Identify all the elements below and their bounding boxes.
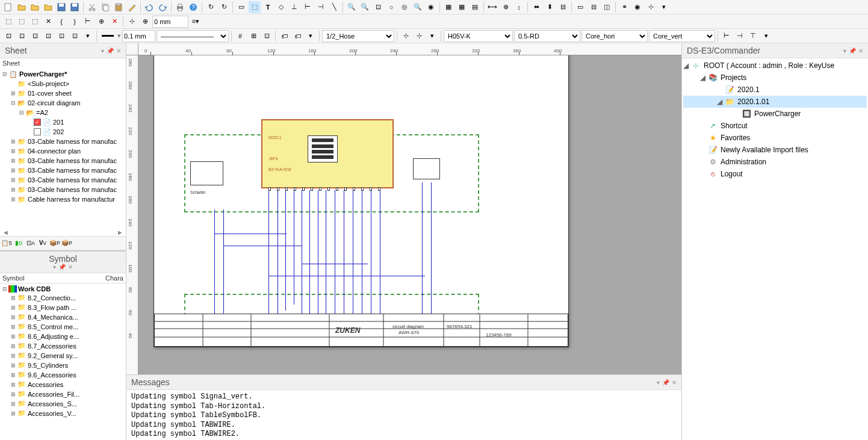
tree-root[interactable]: ⊟📋PowerCharger* — [1, 69, 125, 79]
sym-item[interactable]: ⊞📁Accessories_S... — [1, 399, 125, 409]
mini-p2-icon[interactable]: 📦P — [61, 238, 72, 249]
wire2-icon[interactable]: ⊹ — [413, 30, 425, 42]
core-v-select[interactable]: Core_vert — [649, 30, 715, 42]
save-icon[interactable] — [55, 1, 67, 13]
dim-v-icon[interactable]: ↕ — [513, 1, 525, 13]
commander-favorites[interactable]: ★Favorites — [683, 132, 867, 144]
select-icon[interactable]: ▭ — [235, 1, 247, 13]
sym-item[interactable]: ⊞📁Accessories_V... — [1, 409, 125, 418]
line-style-select[interactable]: ———————— — [157, 30, 229, 42]
sym-item[interactable]: ⊞📁8.5_Control me... — [1, 322, 125, 332]
open-folder3-icon[interactable] — [42, 1, 54, 13]
align-l-icon[interactable]: ⊢ — [302, 1, 314, 13]
end-more-icon[interactable]: ▾ — [760, 30, 772, 42]
mode1-icon[interactable]: ⬚ — [2, 16, 14, 28]
zoom-win-icon[interactable]: 🔍 — [412, 1, 424, 13]
sym-item[interactable]: ⊞📁8.4_Mechanica... — [1, 312, 125, 322]
save-as-icon[interactable] — [69, 1, 81, 13]
drawing-canvas[interactable]: D02C1 -BP4 BZ+EA+EW Schalter — [138, 55, 681, 374]
switch-block[interactable] — [190, 161, 223, 185]
place-more-icon[interactable]: ▾ — [82, 30, 94, 42]
mode4-icon[interactable]: ✕ — [42, 16, 54, 28]
commander-admin[interactable]: ⚙Administration — [683, 156, 867, 168]
tile-v-icon[interactable]: ◫ — [601, 1, 613, 13]
checkbox-checked-icon[interactable] — [34, 119, 41, 126]
tag2-icon[interactable]: 🏷 — [291, 30, 303, 42]
text-icon[interactable]: T — [262, 1, 274, 13]
tree-item-202[interactable]: 📄202 — [1, 127, 125, 137]
commander-p1[interactable]: 📝2020.1 — [683, 84, 867, 96]
place1-icon[interactable]: ⊡ — [2, 30, 14, 42]
place4-icon[interactable]: ⊡ — [42, 30, 54, 42]
dropdown-icon[interactable]: ▾ — [101, 48, 104, 54]
tree-item[interactable]: ⊞📁03-Cable harness for manufac — [1, 156, 125, 166]
mini-p-icon[interactable]: 📦P — [49, 238, 60, 249]
relay-block[interactable] — [413, 158, 440, 179]
dropdown-icon[interactable]: ▾ — [657, 379, 660, 386]
snap-icon[interactable]: ⊹ — [126, 16, 138, 28]
brush-icon[interactable] — [126, 1, 138, 13]
print-icon[interactable] — [174, 1, 186, 13]
connector-icon[interactable]: ◉ — [631, 1, 643, 13]
zoom-out-icon[interactable]: 🔍 — [359, 1, 371, 13]
close-icon[interactable]: ✕ — [858, 48, 863, 54]
tree-item[interactable]: ⊟📂=A2 — [1, 108, 125, 117]
commander-logout[interactable]: ⎋Logout — [683, 168, 867, 180]
window-v-icon[interactable]: ⬍ — [544, 1, 556, 13]
snap-value-input[interactable] — [152, 16, 188, 28]
line-icon[interactable]: ╲ — [328, 1, 340, 13]
wire-type-select[interactable]: H05V-K — [444, 30, 513, 42]
window-close-icon[interactable]: ⊟ — [557, 1, 569, 13]
tree-item[interactable]: ⊞📁03-Cable harness for manufac — [1, 166, 125, 175]
tag-more-icon[interactable]: ▾ — [305, 30, 317, 42]
tree-item[interactable]: ⊞📁01-cover sheet — [1, 88, 125, 98]
scroll-right-icon[interactable]: ► — [117, 229, 123, 236]
component-block[interactable]: D02C1 -BP4 BZ+EA+EW — [261, 119, 394, 188]
sym-item[interactable]: ⊞📁9.6_Accessories — [1, 370, 125, 380]
commander-projects[interactable]: ◢📚Projects — [683, 72, 867, 84]
bracket-l-icon[interactable]: { — [55, 16, 67, 28]
snap-target-icon[interactable]: ⊕ — [139, 16, 151, 28]
open-folder2-icon[interactable] — [29, 1, 41, 13]
mode2-icon[interactable]: ⬚ — [16, 16, 28, 28]
end2-icon[interactable]: ⊣ — [734, 30, 746, 42]
cursor-icon[interactable]: ⬚ — [249, 1, 261, 13]
place3-icon[interactable]: ⊡ — [29, 30, 41, 42]
tree-item[interactable]: ⊞📁03-Cable harness for manufac — [1, 137, 125, 146]
hose-select[interactable]: 1/2_Hose — [322, 30, 394, 42]
dim-add-icon[interactable]: ⊕ — [500, 1, 512, 13]
sym-item[interactable]: ⊞📁8.2_Connectio... — [1, 293, 125, 303]
grid2-icon[interactable]: ▦ — [456, 1, 468, 13]
tile-h-icon[interactable]: ⊟ — [587, 1, 600, 13]
zoom-prev-icon[interactable]: ◎ — [398, 1, 411, 13]
sym-item[interactable]: ⊞📁8.6_Adjusting e... — [1, 332, 125, 341]
wire-size-select[interactable]: 0.5-RD — [514, 30, 580, 42]
place6-icon[interactable]: ⊡ — [69, 30, 81, 42]
more-icon[interactable]: ▾ — [658, 1, 670, 13]
tree-item-201[interactable]: 📄201 — [1, 117, 125, 127]
redo-icon[interactable] — [157, 1, 169, 13]
commander-p3[interactable]: 🔲PowerCharger — [683, 108, 867, 120]
mini-v-icon[interactable]: VV — [37, 238, 48, 249]
cut-icon[interactable] — [86, 1, 98, 13]
commander-p2[interactable]: ◢📁2020.1.01 — [683, 96, 867, 108]
place2-icon[interactable]: ⊡ — [16, 30, 28, 42]
undo-icon[interactable] — [143, 1, 155, 13]
refresh-icon[interactable]: ↻ — [205, 1, 217, 13]
zoom-in-icon[interactable]: 🔍 — [346, 1, 358, 13]
close-icon[interactable]: ✕ — [116, 48, 121, 54]
sym-item[interactable]: ⊞📁8.3_Flow path ... — [1, 303, 125, 312]
sym-item[interactable]: ⊞📁Accessories_Fil... — [1, 389, 125, 399]
snap-list-icon[interactable]: ≡▾ — [190, 16, 202, 28]
sym-item[interactable]: ⊞📁Accessories — [1, 380, 125, 389]
layers-icon[interactable]: ▤ — [469, 1, 481, 13]
wire-more-icon[interactable]: ▾ — [426, 30, 438, 42]
refresh2-icon[interactable]: ↻ — [218, 1, 230, 13]
copy-icon[interactable] — [99, 1, 111, 13]
sym-item[interactable]: ⊞📁8.7_Accessories — [1, 341, 125, 351]
link-icon[interactable]: ⚭ — [618, 1, 630, 13]
tile-icon[interactable]: ▭ — [574, 1, 586, 13]
tree-item[interactable]: ⊞📁03-Cable harness for manufac — [1, 185, 125, 194]
hash3-icon[interactable]: ⊡ — [261, 30, 273, 42]
scroll-left-icon[interactable]: ◄ — [2, 229, 9, 236]
